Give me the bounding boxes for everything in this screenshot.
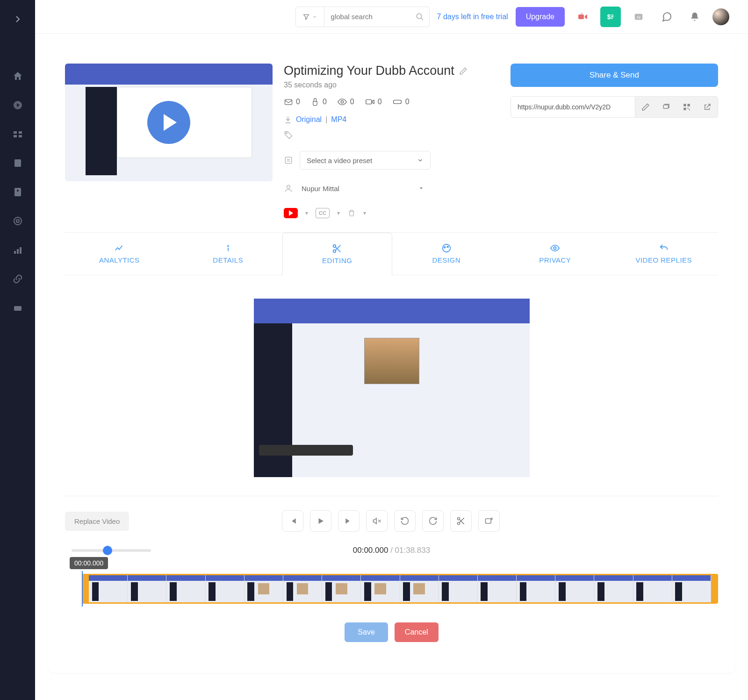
timeline-frame[interactable] [633, 575, 672, 602]
sidebar-videos-icon[interactable] [10, 98, 25, 113]
edit-url-icon[interactable] [635, 97, 656, 117]
svg-point-34 [333, 245, 336, 248]
search-filter-button[interactable] [295, 7, 324, 27]
save-button[interactable]: Save [345, 622, 388, 642]
chevron-down-icon [417, 157, 424, 164]
sidebar-automation-icon[interactable] [10, 214, 25, 229]
video-thumbnail[interactable] [65, 64, 273, 181]
timeline-frame[interactable] [517, 575, 555, 602]
trim-start-handle[interactable] [83, 575, 89, 602]
playhead[interactable] [82, 571, 83, 607]
redo-button[interactable] [422, 510, 444, 532]
copy-gif-icon[interactable] [656, 97, 676, 117]
tab-video-replies[interactable]: VIDEO REPLIES [610, 233, 719, 275]
cancel-button[interactable]: Cancel [395, 622, 439, 642]
timeline[interactable] [82, 574, 718, 604]
timeline-frame[interactable] [245, 575, 283, 602]
timeline-frame[interactable] [283, 575, 322, 602]
ai-icon[interactable]: AI [628, 7, 649, 27]
add-clip-button[interactable] [478, 510, 500, 532]
svg-rect-6 [14, 188, 21, 196]
trial-remaining-text[interactable]: 7 days left in free trial [437, 13, 508, 21]
svg-rect-22 [366, 100, 371, 104]
tag-icon[interactable] [284, 130, 293, 140]
owner-name: Nupur Mittal [302, 185, 339, 193]
sidebar-assets-icon[interactable] [10, 127, 25, 142]
click-icon [310, 97, 320, 107]
info-icon [223, 243, 233, 253]
topbar: 7 days left in free trial Upgrade + $ AI [35, 0, 748, 34]
sidebar-integrations-icon[interactable] [10, 271, 25, 286]
timeline-frame[interactable] [439, 575, 478, 602]
cc-menu[interactable]: ▾ [337, 210, 340, 216]
timeline-frame[interactable] [89, 575, 128, 602]
chat-icon[interactable] [656, 7, 677, 27]
preset-dropdown[interactable]: Select a video preset [300, 151, 431, 170]
play-icon[interactable] [147, 101, 190, 144]
sidebar-more-icon[interactable] [10, 300, 25, 315]
skip-forward-button[interactable] [338, 510, 360, 532]
tab-design[interactable]: DESIGN [392, 233, 501, 275]
svg-point-40 [458, 518, 460, 520]
open-external-icon[interactable] [697, 97, 718, 117]
timeline-frame[interactable] [322, 575, 361, 602]
stat-clicks: 0 [310, 97, 327, 107]
stat-views: 0 [337, 97, 354, 107]
timeline-frame[interactable] [128, 575, 166, 602]
search-icon [416, 13, 424, 21]
share-send-button[interactable]: Share & Send [511, 64, 718, 87]
cc-icon[interactable]: CC [316, 208, 330, 218]
owner-dropdown[interactable]: Nupur Mittal [300, 179, 431, 198]
youtube-menu[interactable]: ▾ [305, 210, 308, 216]
svg-rect-42 [486, 519, 491, 523]
sidebar-expand-icon[interactable] [10, 12, 25, 27]
tab-analytics[interactable]: ANALYTICS [65, 233, 174, 275]
download-original-link[interactable]: Original [296, 115, 322, 124]
share-url-input[interactable] [511, 96, 635, 118]
user-avatar[interactable] [712, 8, 729, 25]
replace-video-button[interactable]: Replace Video [65, 512, 129, 531]
money-icon[interactable]: $ [600, 7, 621, 27]
timeline-frame[interactable] [166, 575, 205, 602]
global-search-input[interactable] [324, 7, 430, 27]
reply-icon [659, 243, 669, 253]
undo-button[interactable] [394, 510, 416, 532]
timeline-frame[interactable] [555, 575, 594, 602]
sidebar-campaigns-icon[interactable] [10, 156, 25, 171]
timeline-frame[interactable] [206, 575, 245, 602]
trim-end-handle[interactable] [711, 575, 717, 602]
play-button[interactable] [310, 510, 331, 532]
timeline-frame[interactable] [361, 575, 400, 602]
sidebar-home-icon[interactable] [10, 69, 25, 84]
timeline-frame[interactable] [478, 575, 517, 602]
notifications-icon[interactable] [684, 7, 705, 27]
left-sidebar [0, 0, 35, 700]
tab-details[interactable]: DETAILS [174, 233, 283, 275]
tab-privacy[interactable]: PRIVACY [501, 233, 610, 275]
download-mp4-link[interactable]: MP4 [331, 115, 346, 124]
timeline-frame[interactable] [594, 575, 633, 602]
svg-point-38 [447, 246, 448, 248]
trash-icon[interactable] [347, 209, 356, 217]
cta-icon [392, 97, 403, 107]
qr-code-icon[interactable] [676, 97, 697, 117]
timeline-frame[interactable] [400, 575, 439, 602]
edit-title-icon[interactable] [459, 67, 468, 75]
record-icon[interactable]: + [572, 7, 593, 27]
mute-button[interactable] [366, 510, 388, 532]
video-icon [365, 97, 375, 107]
tab-editing[interactable]: EDITING [282, 233, 392, 275]
upgrade-button[interactable]: Upgrade [516, 7, 565, 27]
skip-back-button[interactable] [282, 510, 303, 532]
video-title: Optimizing Your Dubb Account [284, 64, 454, 78]
timeline-frame[interactable] [672, 575, 711, 602]
sidebar-reports-icon[interactable] [10, 243, 25, 257]
zoom-thumb[interactable] [103, 546, 112, 555]
sidebar-contacts-icon[interactable] [10, 185, 25, 200]
zoom-slider[interactable] [72, 549, 151, 552]
svg-rect-25 [285, 157, 291, 163]
youtube-icon[interactable] [284, 208, 298, 218]
cut-button[interactable] [450, 510, 472, 532]
svg-text:$: $ [607, 13, 611, 20]
trash-menu[interactable]: ▾ [363, 210, 366, 216]
